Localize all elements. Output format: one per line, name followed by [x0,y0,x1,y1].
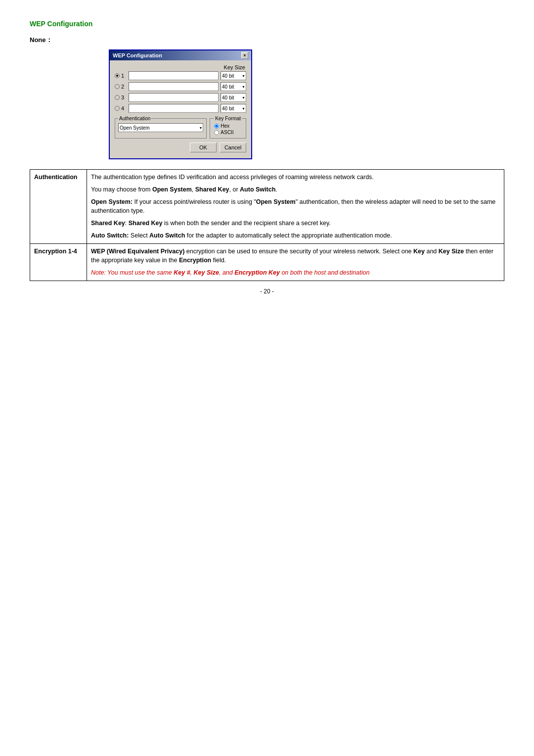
key3-radio-label[interactable]: 3 [115,94,129,100]
ascii-radio[interactable] [214,130,219,135]
key4-radio[interactable] [115,106,120,111]
key-row-1: 1 40 bit 128 bit [115,71,246,80]
key3-radio[interactable] [115,95,120,100]
key-row-2: 2 40 bit 128 bit [115,82,246,91]
ok-button[interactable]: OK [190,142,217,152]
key-format-legend: Key Format [214,116,242,121]
key2-label: 2 [121,84,124,90]
key2-radio-label[interactable]: 2 [115,84,129,90]
key-format-group: Key Format Hex ASCII [210,116,246,139]
table-row-encryption: Encryption 1-4 WEP (Wired Equivalent Pri… [30,243,504,281]
table-row-authentication: Authentication The authentication type d… [30,170,504,244]
auth-para-2: You may choose from Open System, Shared … [91,185,500,194]
ascii-label: ASCII [221,130,233,135]
auth-select-wrapper: Open System Shared Key Auto Switch [118,123,203,132]
none-label: None： [30,36,504,45]
key-row-4: 4 40 bit 128 bit [115,104,246,113]
key3-size-select[interactable]: 40 bit 128 bit [221,93,246,102]
key1-input[interactable] [129,71,219,80]
enc-row-content: WEP (Wired Equivalent Privacy) encryptio… [87,243,504,281]
description-table: Authentication The authentication type d… [30,169,504,281]
auth-row-content: The authentication type defines ID verif… [87,170,504,244]
page-number: - 20 - [30,288,504,295]
dialog-close-button[interactable]: × [241,52,248,59]
dialog-title: WEP Configuration [113,52,162,58]
auth-select[interactable]: Open System Shared Key Auto Switch [118,123,203,132]
authentication-group: Authentication Open System Shared Key Au… [115,116,207,139]
cancel-button[interactable]: Cancel [220,142,246,152]
key-row-3: 3 40 bit 128 bit [115,93,246,102]
auth-group-legend: Authentication [118,116,151,121]
key2-input[interactable] [129,82,219,91]
key4-size-wrapper: 40 bit 128 bit [219,104,246,113]
wep-config-dialog: WEP Configuration × Key Size 1 40 bit 12… [109,49,252,159]
auth-para-5: Auto Switch: Select Auto Switch for the … [91,231,500,240]
enc-para-1: WEP (Wired Equivalent Privacy) encryptio… [91,247,500,266]
enc-para-2: Note: You must use the same Key #, Key S… [91,268,500,278]
key3-input[interactable] [129,93,219,102]
bottom-section: Authentication Open System Shared Key Au… [115,116,246,139]
auth-row-label: Authentication [30,170,87,244]
key4-size-select[interactable]: 40 bit 128 bit [221,104,246,113]
key-size-header: Key Size [115,64,246,70]
key1-size-wrapper: 40 bit 128 bit [219,71,246,80]
key1-radio[interactable] [115,73,120,78]
hex-label: Hex [221,123,229,129]
key3-size-wrapper: 40 bit 128 bit [219,93,246,102]
key1-size-select[interactable]: 40 bit 128 bit [221,71,246,80]
key2-size-wrapper: 40 bit 128 bit [219,82,246,91]
key2-radio[interactable] [115,84,120,89]
key4-label: 4 [121,105,124,111]
dialog-titlebar: WEP Configuration × [110,50,251,60]
key2-size-select[interactable]: 40 bit 128 bit [221,82,246,91]
auth-para-3: Open System: If your access point/wirele… [91,197,500,216]
key4-radio-label[interactable]: 4 [115,105,129,111]
dialog-body: Key Size 1 40 bit 128 bit [110,60,251,158]
enc-row-label: Encryption 1-4 [30,243,87,281]
key1-radio-label[interactable]: 1 [115,73,129,79]
key3-label: 3 [121,94,124,100]
key4-input[interactable] [129,104,219,113]
dialog-wrapper: WEP Configuration × Key Size 1 40 bit 12… [109,49,504,159]
hex-radio[interactable] [214,124,219,129]
key1-label: 1 [121,73,124,79]
dialog-buttons: OK Cancel [115,142,246,154]
hex-radio-row: Hex [214,123,242,129]
auth-para-1: The authentication type defines ID verif… [91,173,500,182]
ascii-radio-row: ASCII [214,130,242,135]
page-title: WEP Configuration [30,20,504,28]
auth-para-4: Shared Key: Shared Key is when both the … [91,219,500,228]
